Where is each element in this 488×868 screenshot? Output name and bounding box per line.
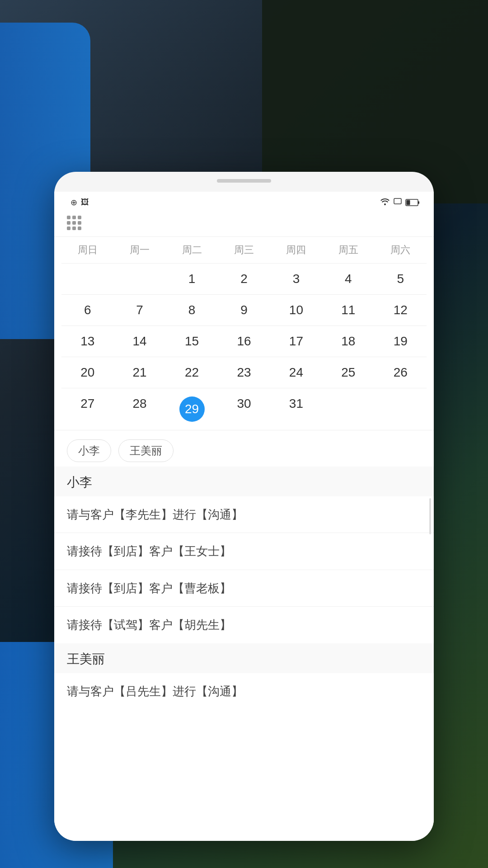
phone-mockup: ⊕ 🖼 [54, 172, 434, 841]
wifi-icon [380, 197, 390, 208]
status-bar: ⊕ 🖼 [54, 192, 434, 211]
svg-rect-0 [394, 198, 401, 204]
calendar-day [61, 264, 113, 294]
section-header: 王美丽 [54, 643, 434, 673]
calendar-day[interactable]: 8 [166, 295, 218, 326]
calendar-day [322, 388, 374, 430]
calendar-day[interactable]: 4 [322, 264, 374, 294]
scrollbar [429, 498, 431, 534]
calendar-week: 2728293031 [61, 388, 427, 430]
task-group: 请与客户【吕先生】进行【沟通】 [54, 673, 434, 709]
filter-tags-row: 小李王美丽 [54, 430, 434, 467]
calendar-day[interactable]: 9 [218, 295, 270, 326]
day-header: 周二 [166, 241, 218, 259]
task-item[interactable]: 请接待【到店】客户【曹老板】 [54, 570, 434, 606]
calendar-day[interactable]: 2 [218, 264, 270, 294]
calendar-day[interactable]: 28 [113, 388, 165, 430]
calendar-header [54, 211, 434, 237]
calendar-day[interactable]: 11 [322, 295, 374, 326]
calendar-day[interactable]: 3 [270, 264, 322, 294]
calendar-day[interactable]: 27 [61, 388, 113, 430]
day-header: 周四 [270, 241, 322, 259]
calendar-day[interactable]: 31 [270, 388, 322, 430]
task-group: 请与客户【李先生】进行【沟通】请接待【到店】客户【王女士】请接待【到店】客户【曹… [54, 496, 434, 643]
calendar-day [113, 264, 165, 294]
filter-tag[interactable]: 小李 [67, 439, 111, 462]
phone-speaker [217, 179, 271, 183]
calendar-day[interactable]: 13 [61, 326, 113, 357]
calendar-day[interactable]: 17 [270, 326, 322, 357]
task-item[interactable]: 请与客户【吕先生】进行【沟通】 [54, 673, 434, 709]
task-item[interactable]: 请与客户【李先生】进行【沟通】 [54, 496, 434, 533]
calendar-week: 6789101112 [61, 294, 427, 326]
calendar-day[interactable]: 10 [270, 295, 322, 326]
calendar-day[interactable]: 29 [166, 388, 218, 430]
calendar-day[interactable]: 19 [375, 326, 427, 357]
calendar-day[interactable]: 6 [61, 295, 113, 326]
calendar-day[interactable]: 24 [270, 357, 322, 388]
calendar-day[interactable]: 7 [113, 295, 165, 326]
calendar-grid: 1234567891011121314151617181920212223242… [54, 263, 434, 430]
calendar-day[interactable]: 21 [113, 357, 165, 388]
signal-icon [394, 197, 402, 208]
phone-screen: ⊕ 🖼 [54, 192, 434, 841]
calendar-day[interactable]: 22 [166, 357, 218, 388]
calendar-week: 20212223242526 [61, 357, 427, 388]
calendar-day[interactable]: 5 [375, 264, 427, 294]
calendar-day[interactable]: 20 [61, 357, 113, 388]
filter-tag[interactable]: 王美丽 [118, 439, 174, 462]
svg-rect-2 [407, 200, 410, 205]
calendar-week: 12345 [61, 263, 427, 294]
calendar-day[interactable]: 25 [322, 357, 374, 388]
day-header: 周日 [61, 241, 113, 259]
task-item[interactable]: 请接待【到店】客户【王女士】 [54, 533, 434, 569]
day-header: 周一 [113, 241, 165, 259]
section-header: 小李 [54, 467, 434, 496]
calendar-day [375, 388, 427, 430]
day-headers-row: 周日周一周二周三周四周五周六 [54, 237, 434, 263]
svg-rect-3 [418, 201, 419, 204]
hero-section [0, 36, 488, 50]
grid-menu-icon[interactable] [67, 216, 81, 230]
calendar-day[interactable]: 15 [166, 326, 218, 357]
calendar-day[interactable]: 14 [113, 326, 165, 357]
task-item[interactable]: 请接待【试驾】客户【胡先生】 [54, 606, 434, 643]
day-header: 周五 [322, 241, 374, 259]
calendar-day[interactable]: 18 [322, 326, 374, 357]
notification-icon1: ⊕ [70, 198, 77, 208]
calendar-day[interactable]: 1 [166, 264, 218, 294]
calendar-day[interactable]: 12 [375, 295, 427, 326]
calendar-day[interactable]: 30 [218, 388, 270, 430]
calendar-week: 13141516171819 [61, 326, 427, 357]
calendar-day[interactable]: 26 [375, 357, 427, 388]
calendar-day[interactable]: 23 [218, 357, 270, 388]
day-header: 周三 [218, 241, 270, 259]
day-header: 周六 [375, 241, 427, 259]
battery-container [405, 198, 421, 207]
notification-icon2: 🖼 [81, 198, 89, 207]
calendar-day[interactable]: 16 [218, 326, 270, 357]
task-list: 小李请与客户【李先生】进行【沟通】请接待【到店】客户【王女士】请接待【到店】客户… [54, 467, 434, 709]
status-right [380, 197, 421, 208]
status-left: ⊕ 🖼 [67, 198, 89, 208]
